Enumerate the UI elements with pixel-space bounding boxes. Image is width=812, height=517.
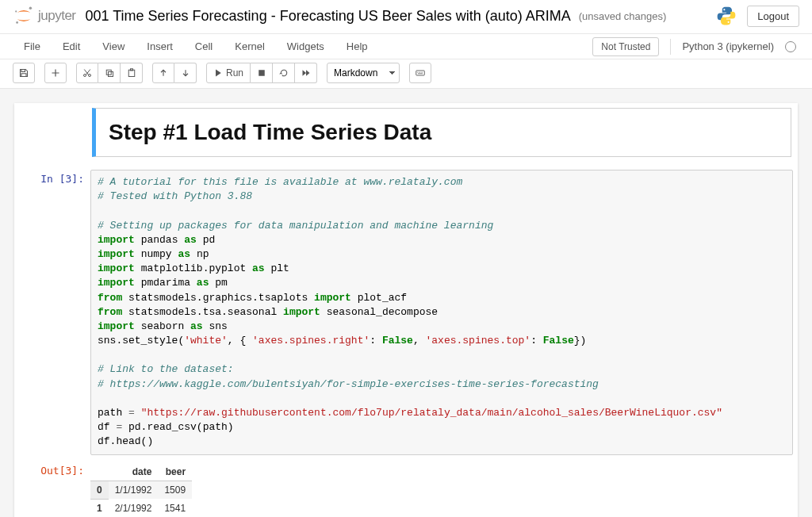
notebook: Step #1 Load Time Series Data In [3]: # … <box>14 103 798 517</box>
code-input[interactable]: # A tutorial for this file is available … <box>90 170 793 455</box>
fast-forward-icon <box>301 68 311 78</box>
svg-point-4 <box>728 21 730 23</box>
markdown-cell[interactable]: Step #1 Load Time Series Data <box>14 108 798 167</box>
logout-button[interactable]: Logout <box>747 6 799 27</box>
plus-icon <box>51 68 60 78</box>
menu-edit[interactable]: Edit <box>52 34 91 59</box>
col-index <box>90 463 109 481</box>
logo-text: jupyter <box>38 8 76 24</box>
notebook-name[interactable]: 001 Time Series Forecasting - Forecastin… <box>86 8 571 25</box>
run-button[interactable]: Run <box>206 63 251 83</box>
svg-rect-12 <box>416 71 425 75</box>
trust-badge[interactable]: Not Trusted <box>592 37 659 56</box>
menu-view[interactable]: View <box>91 34 136 59</box>
copy-icon <box>105 68 114 78</box>
stop-icon <box>257 68 266 78</box>
arrow-up-icon <box>159 68 168 78</box>
menubar: File Edit View Insert Cell Kernel Widget… <box>0 33 812 59</box>
copy-button[interactable] <box>98 63 121 83</box>
svg-point-6 <box>89 75 91 77</box>
paste-button[interactable] <box>121 63 143 83</box>
menu-file[interactable]: File <box>13 34 52 59</box>
move-down-button[interactable] <box>174 63 197 83</box>
restart-icon <box>279 68 289 78</box>
menu-cell[interactable]: Cell <box>184 34 224 59</box>
svg-rect-7 <box>106 70 111 75</box>
table-row: 12/1/19921541 <box>90 499 192 517</box>
command-palette-button[interactable] <box>409 63 431 83</box>
output-prompt: Out[3]: <box>19 461 90 517</box>
jupyter-logo[interactable]: jupyter <box>13 5 76 27</box>
svg-point-2 <box>15 10 17 12</box>
notebook-container: Step #1 Load Time Series Data In [3]: # … <box>0 89 812 517</box>
svg-rect-9 <box>128 70 135 76</box>
cut-button[interactable] <box>76 63 98 83</box>
menu-insert[interactable]: Insert <box>136 34 184 59</box>
cell-type-select[interactable]: Markdown <box>327 63 400 83</box>
output-table: date beer 01/1/19921509 12/1/19921541 23… <box>90 463 192 517</box>
input-prompt: In [3]: <box>19 170 90 455</box>
save-button[interactable] <box>13 63 35 83</box>
paste-icon <box>127 68 136 78</box>
save-status: (unsaved changes) <box>579 10 667 22</box>
kernel-indicator-icon[interactable] <box>785 41 796 52</box>
move-up-button[interactable] <box>152 63 174 83</box>
python-icon <box>715 5 737 27</box>
menu-widgets[interactable]: Widgets <box>276 34 335 59</box>
heading-1: Step #1 Load Time Series Data <box>109 120 778 145</box>
restart-button[interactable] <box>273 63 295 83</box>
code-cell[interactable]: In [3]: # A tutorial for this file is av… <box>14 167 798 458</box>
cut-icon <box>82 68 92 78</box>
menu-kernel[interactable]: Kernel <box>224 34 276 59</box>
col-date: date <box>109 463 159 481</box>
keyboard-icon <box>416 68 425 78</box>
col-beer: beer <box>158 463 192 481</box>
jupyter-icon <box>13 5 35 27</box>
svg-point-1 <box>16 21 18 24</box>
play-icon <box>213 68 223 78</box>
output-cell: Out[3]: date beer 01/1/19921509 12/1/199… <box>14 458 798 517</box>
kernel-name[interactable]: Python 3 (ipykernel) <box>682 40 774 52</box>
menu-help[interactable]: Help <box>335 34 379 59</box>
svg-point-3 <box>724 9 726 10</box>
interrupt-button[interactable] <box>251 63 273 83</box>
svg-rect-8 <box>108 72 113 77</box>
add-cell-button[interactable] <box>44 63 67 83</box>
restart-run-all-button[interactable] <box>295 63 317 83</box>
prompt-empty <box>14 108 86 167</box>
svg-point-0 <box>29 6 33 10</box>
divider <box>670 39 671 55</box>
run-label: Run <box>226 67 243 79</box>
svg-rect-11 <box>259 70 265 76</box>
save-icon <box>19 68 29 78</box>
arrow-down-icon <box>181 68 190 78</box>
header: jupyter 001 Time Series Forecasting - Fo… <box>0 0 812 33</box>
svg-point-5 <box>84 75 86 77</box>
toolbar: Run Markdown <box>0 59 812 89</box>
table-row: 01/1/19921509 <box>90 481 192 499</box>
